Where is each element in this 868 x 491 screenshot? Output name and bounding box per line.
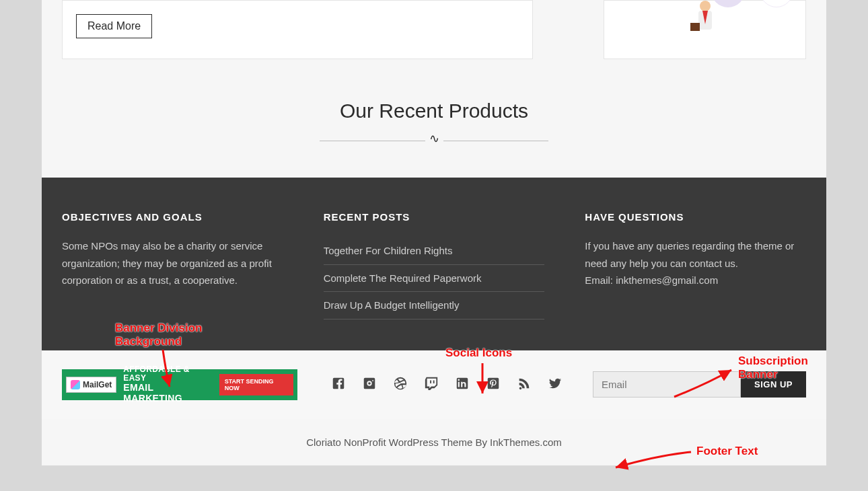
zigzag-icon: ∿ bbox=[425, 133, 443, 145]
footer-dark: OBJECTIVES AND GOALS Some NPOs may also … bbox=[42, 178, 826, 350]
footer-light: MailGet AFFORDABLE & EASY EMAIL MARKETIN… bbox=[42, 350, 826, 419]
rss-icon[interactable] bbox=[517, 376, 532, 393]
read-more-button[interactable]: Read More bbox=[76, 14, 152, 38]
footer-text: Some NPOs may also be a charity or servi… bbox=[62, 237, 283, 289]
footer-text: If you have any queries regarding the th… bbox=[585, 237, 806, 272]
footer-heading: OBJECTIVES AND GOALS bbox=[62, 211, 283, 223]
mailget-banner[interactable]: MailGet AFFORDABLE & EASY EMAIL MARKETIN… bbox=[62, 369, 297, 400]
footer-col-recent: RECENT POSTS Together For Children Right… bbox=[324, 211, 545, 319]
mailget-logo: MailGet bbox=[66, 377, 116, 393]
post-card: Read More bbox=[62, 0, 533, 59]
recent-posts-list: Together For Children Rights Complete Th… bbox=[324, 237, 545, 319]
twitter-icon[interactable] bbox=[548, 376, 563, 393]
page-container: Read More Our Recent Products ∿ OBJECTIV… bbox=[42, 0, 826, 465]
copyright: Cloriato NonProfit WordPress Theme By In… bbox=[42, 419, 826, 465]
cards-row: Read More bbox=[42, 0, 826, 59]
list-item[interactable]: Draw Up A Budget Intelligently bbox=[324, 292, 545, 319]
side-card bbox=[604, 0, 806, 59]
mailget-text: AFFORDABLE & EASY EMAIL MARKETING bbox=[123, 365, 212, 404]
instagram-icon[interactable] bbox=[362, 376, 377, 393]
pinterest-icon[interactable] bbox=[486, 376, 501, 393]
twitch-icon[interactable] bbox=[424, 376, 439, 393]
footer-email: Email: inkthemes@gmail.com bbox=[585, 272, 806, 289]
social-row bbox=[331, 376, 563, 393]
avatar bbox=[760, 0, 793, 7]
mailget-cta[interactable]: START SENDING NOW bbox=[219, 374, 293, 395]
list-item[interactable]: Together For Children Rights bbox=[324, 237, 545, 265]
footer-heading: RECENT POSTS bbox=[324, 211, 545, 223]
facebook-icon[interactable] bbox=[331, 376, 346, 393]
subscribe-form: SIGN UP bbox=[593, 371, 806, 398]
footer-col-questions: HAVE QUESTIONS If you have any queries r… bbox=[585, 211, 806, 319]
linkedin-icon[interactable] bbox=[455, 376, 470, 393]
list-item[interactable]: Complete The Required Paperwork bbox=[324, 265, 545, 293]
section-divider: ∿ bbox=[320, 135, 548, 147]
signup-button[interactable]: SIGN UP bbox=[741, 371, 806, 398]
footer-col-objectives: OBJECTIVES AND GOALS Some NPOs may also … bbox=[62, 211, 283, 319]
email-field[interactable] bbox=[593, 371, 741, 398]
dribbble-icon[interactable] bbox=[393, 376, 408, 393]
businessman-icon bbox=[692, 1, 719, 31]
footer-heading: HAVE QUESTIONS bbox=[585, 211, 806, 223]
section-title: Our Recent Products bbox=[42, 100, 826, 122]
